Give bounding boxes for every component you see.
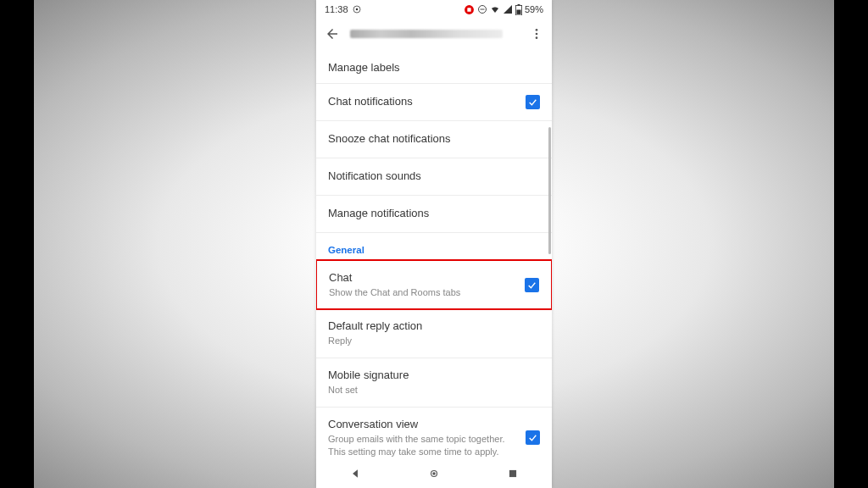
svg-point-9 (536, 29, 538, 31)
checkbox-checked-icon[interactable] (526, 95, 540, 109)
setting-mobile-signature[interactable]: Mobile signature Not set (316, 358, 552, 408)
wifi-icon (490, 4, 500, 14)
setting-label: Manage labels (328, 61, 540, 75)
more-vert-icon[interactable] (530, 27, 543, 41)
nav-back-icon[interactable] (349, 468, 361, 480)
setting-label: Snooze chat notifications (328, 132, 540, 147)
dnd-icon (477, 4, 487, 14)
svg-rect-8 (516, 9, 520, 14)
setting-subtitle: Group emails with the same topic togethe… (328, 433, 519, 458)
setting-label: Chat notifications (328, 95, 519, 109)
svg-rect-3 (467, 8, 470, 11)
phone-screen: 11:38 59% Manage labels Chat notificatio… (316, 0, 552, 488)
svg-point-1 (355, 8, 358, 11)
status-time: 11:38 (325, 4, 348, 14)
setting-label: Default reply action (328, 319, 540, 334)
setting-notification-sounds[interactable]: Notification sounds (316, 158, 552, 196)
setting-manage-notifications[interactable]: Manage notifications (316, 196, 552, 233)
checkbox-checked-icon[interactable] (525, 278, 539, 292)
setting-conversation-view[interactable]: Conversation view Group emails with the … (316, 408, 552, 459)
svg-point-11 (536, 36, 538, 39)
setting-label: Conversation view (328, 418, 519, 432)
back-arrow-icon[interactable] (325, 26, 340, 42)
target-icon (352, 4, 362, 14)
setting-label: Notification sounds (328, 169, 540, 184)
setting-subtitle: Not set (328, 384, 540, 396)
svg-rect-14 (509, 470, 516, 477)
setting-snooze-chat[interactable]: Snooze chat notifications (316, 121, 552, 158)
battery-icon (515, 4, 522, 15)
setting-label: Mobile signature (328, 369, 540, 383)
app-bar (316, 19, 552, 49)
account-title-blurred (350, 30, 503, 38)
setting-label: Manage notifications (328, 207, 540, 221)
svg-point-10 (536, 33, 538, 36)
status-bar: 11:38 59% (316, 0, 552, 19)
nav-recent-icon[interactable] (507, 468, 519, 480)
nav-home-icon[interactable] (428, 468, 440, 480)
settings-list: Manage labels Chat notifications Snooze … (316, 49, 552, 459)
rec-icon (464, 4, 475, 15)
setting-chat-notifications[interactable]: Chat notifications (316, 84, 552, 121)
section-header-general: General (316, 233, 552, 260)
checkbox-checked-icon[interactable] (526, 430, 540, 445)
nav-bar (316, 459, 552, 488)
setting-manage-labels[interactable]: Manage labels (316, 49, 552, 83)
svg-point-13 (432, 472, 436, 475)
scrollbar[interactable] (548, 127, 551, 254)
battery-text: 59% (525, 4, 543, 14)
setting-label: Chat (329, 271, 518, 286)
setting-default-reply[interactable]: Default reply action Reply (316, 309, 552, 358)
setting-subtitle: Show the Chat and Rooms tabs (329, 286, 518, 299)
setting-subtitle: Reply (328, 335, 540, 347)
signal-icon (503, 4, 513, 14)
setting-chat[interactable]: Chat Show the Chat and Rooms tabs (316, 259, 552, 311)
